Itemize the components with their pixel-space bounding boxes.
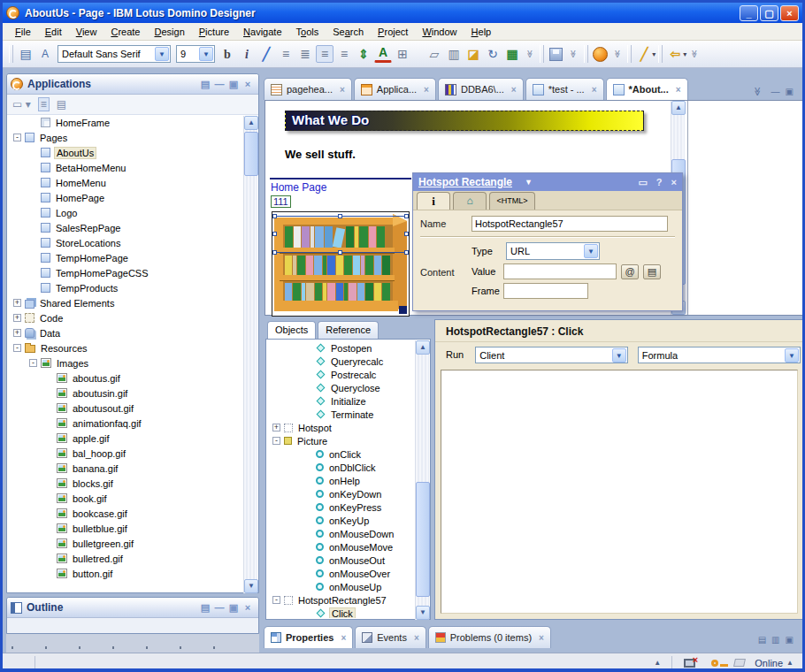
tree-item[interactable]: TempHomePageCSS (8, 265, 245, 280)
font-color-icon[interactable]: A (374, 45, 392, 63)
tree-item[interactable]: bulletblue.gif (8, 521, 245, 536)
text-properties-icon[interactable]: A (36, 45, 54, 63)
menu-create[interactable]: Create (104, 25, 147, 39)
menu-design[interactable]: Design (147, 25, 191, 39)
tree-item[interactable]: BetaHomeMenu (8, 160, 245, 175)
properties-icon[interactable]: ▤ (17, 45, 34, 63)
scroll-up-icon[interactable]: ▲ (671, 101, 686, 115)
tray-toggle-icon[interactable]: ▲ (647, 659, 668, 667)
expand-icon[interactable]: + (272, 424, 280, 431)
format-painter-icon-dropdown[interactable]: ▾ (652, 50, 656, 58)
value-field[interactable] (503, 263, 617, 279)
tab-close-icon[interactable]: × (424, 85, 429, 95)
tree-item[interactable]: onClick (267, 447, 415, 461)
dialog-close-icon[interactable]: × (671, 177, 677, 187)
tree-item[interactable]: bulletred.gif (8, 551, 245, 566)
close-button[interactable]: × (780, 5, 799, 21)
align-left-icon[interactable]: ≡ (316, 45, 334, 63)
tab-objects[interactable]: Objects (267, 321, 316, 339)
tab-close-icon[interactable]: × (539, 633, 544, 643)
doc-tab[interactable]: Applica...× (354, 78, 436, 100)
tree-item[interactable]: onMouseDown (267, 527, 415, 540)
run-select[interactable]: Client ▼ (475, 347, 628, 363)
doc-tab[interactable]: *About...× (606, 78, 688, 100)
tree-item[interactable]: Postopen (267, 341, 415, 355)
tree-item[interactable]: SalesRepPage (8, 220, 245, 235)
tree-item[interactable]: apple.gif (8, 431, 245, 446)
expand-icon[interactable]: + (13, 314, 21, 322)
resize-gutter[interactable] (6, 634, 259, 653)
align-center-icon[interactable]: ≡ (277, 45, 295, 63)
formula-at-button[interactable]: @ (621, 264, 639, 279)
scroll-up-icon[interactable]: ▲ (416, 340, 430, 355)
dialog-title-bar[interactable]: Hotspot Rectangle ▼ ▭ ? × (413, 173, 682, 191)
menu-window[interactable]: Window (415, 25, 464, 39)
chevron-down-icon[interactable]: ▼ (785, 348, 799, 363)
maximize-button[interactable]: ▢ (760, 5, 778, 21)
selection-handle[interactable] (272, 214, 277, 218)
copy-frame-icon[interactable]: ▥ (445, 45, 463, 63)
domino-globe-icon[interactable] (593, 47, 608, 62)
view-tab-events[interactable]: Events× (355, 626, 426, 648)
highlighter-icon[interactable]: ╱ (257, 45, 275, 63)
tree-item[interactable]: bal_hoop.gif (8, 446, 245, 461)
dialog-help-icon[interactable]: ? (656, 177, 663, 187)
scroll-down-icon[interactable]: ▼ (416, 606, 430, 620)
doc-tab[interactable]: *test - ...× (525, 78, 604, 100)
collapse-icon[interactable]: - (13, 134, 21, 141)
frame-field[interactable] (503, 283, 588, 299)
tree-item[interactable]: -Pages (8, 130, 245, 145)
collapse-icon[interactable]: - (272, 437, 280, 445)
views-menu-icon[interactable]: ▤ (758, 635, 766, 645)
folder-icon[interactable]: ▭ ▾ (12, 98, 31, 111)
online-menu-icon[interactable]: ▲ (786, 659, 794, 667)
save-icon[interactable] (549, 48, 563, 61)
tree-item[interactable]: Logo (8, 205, 245, 220)
replication-disabled-icon[interactable] (684, 659, 695, 668)
tab-info[interactable]: i (417, 192, 450, 210)
tree-item[interactable]: onDblClick (267, 461, 415, 474)
tree-item[interactable]: bulletgreen.gif (8, 536, 245, 551)
tree-item[interactable]: onMouseMove (267, 540, 415, 554)
tree-item[interactable]: Initialize (267, 394, 415, 408)
expand-icon[interactable]: + (13, 299, 21, 307)
selection-handle[interactable] (272, 250, 277, 255)
tree-item[interactable]: banana.gif (8, 461, 245, 476)
tree-item[interactable]: +Hotspot (267, 421, 415, 434)
panel-menu-icon[interactable]: ▤ (198, 79, 212, 90)
tree-item[interactable]: animationfaq.gif (8, 416, 245, 431)
tree-item[interactable]: onKeyPress (267, 500, 415, 514)
toolbar-grip[interactable] (584, 45, 588, 63)
tree-item[interactable]: aboutus.gif (8, 370, 245, 386)
tree-item[interactable]: aboutusout.gif (8, 401, 245, 416)
scroll-down-icon[interactable]: ▼ (244, 579, 258, 593)
tree-item[interactable]: -Resources (8, 340, 245, 355)
panel-menu-icon[interactable]: ▤ (198, 602, 212, 614)
tree-item[interactable]: onKeyDown (267, 487, 415, 500)
tree-item[interactable]: onMouseOver (267, 567, 415, 580)
menu-search[interactable]: Search (326, 25, 371, 39)
panel-close-icon[interactable]: × (241, 602, 255, 613)
font-combo[interactable]: Default Sans Serif▼ (58, 45, 171, 63)
bookcase-image[interactable] (272, 211, 410, 317)
tree-item[interactable]: TempHomePage (8, 250, 245, 265)
script-editor-area[interactable] (441, 370, 798, 614)
tree-item[interactable]: +Code (8, 310, 245, 325)
tree-item[interactable]: AboutUs (8, 145, 245, 160)
toolbar-grip[interactable] (540, 45, 544, 63)
tabbar-minimize-icon[interactable]: — (771, 87, 780, 96)
views-restore-icon[interactable]: ▥ (771, 635, 779, 645)
line-spacing-icon[interactable]: ⇕ (355, 45, 372, 63)
collapse-icon[interactable]: - (13, 344, 21, 352)
justify-icon[interactable]: ≣ (296, 45, 314, 63)
tree-item[interactable]: blocks.gif (8, 476, 245, 491)
tab-close-icon[interactable]: × (414, 633, 419, 643)
menu-tools[interactable]: Tools (289, 25, 326, 39)
tree-item[interactable]: HomePage (8, 190, 245, 205)
tree-item[interactable]: Terminate (267, 408, 415, 421)
hotspot-rectangle-selection[interactable] (272, 216, 409, 253)
tree-item[interactable]: Queryclose (267, 381, 415, 394)
scroll-up-icon[interactable]: ▲ (244, 116, 258, 130)
tab-chevron-icon[interactable]: ≫ (753, 87, 763, 95)
tree-item[interactable]: onHelp (267, 474, 415, 487)
